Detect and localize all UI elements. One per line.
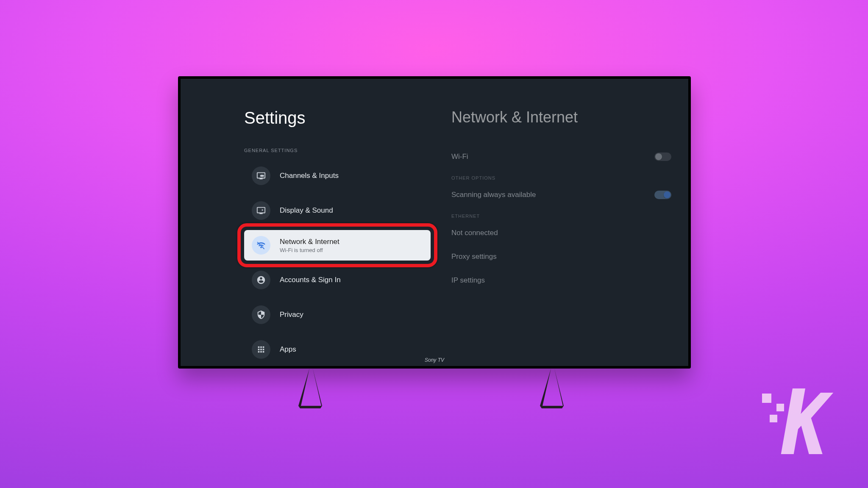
tv-leg-left <box>297 369 326 408</box>
ethernet-status: Not connected <box>451 229 498 237</box>
tv-leg-right <box>538 369 567 408</box>
svg-rect-2 <box>770 415 777 422</box>
ip-settings-row[interactable]: IP settings <box>451 270 671 291</box>
menu-item-privacy[interactable]: Privacy <box>244 299 431 330</box>
section-header-other: OTHER OPTIONS <box>451 175 671 180</box>
menu-label: Channels & Inputs <box>280 172 339 180</box>
menu-label: Network & Internet <box>280 238 339 246</box>
menu-label: Apps <box>280 345 296 354</box>
brand-logo <box>762 388 834 454</box>
apps-icon <box>252 340 270 359</box>
menu-label: Privacy <box>280 311 303 319</box>
ip-label: IP settings <box>451 276 485 285</box>
tv-mockup: Settings GENERAL SETTINGS Channels & Inp… <box>178 76 691 369</box>
proxy-settings-row[interactable]: Proxy settings <box>451 247 671 267</box>
tv-frame: Settings GENERAL SETTINGS Channels & Inp… <box>178 76 691 369</box>
wifi-off-icon <box>252 236 270 255</box>
svg-rect-1 <box>776 404 784 411</box>
detail-panel: Network & Internet Wi-Fi OTHER OPTIONS S… <box>434 79 688 366</box>
toggle-knob <box>664 191 670 198</box>
account-icon <box>252 271 270 289</box>
toggle-knob <box>655 153 662 160</box>
svg-rect-0 <box>762 394 771 403</box>
detail-title: Network & Internet <box>451 108 671 126</box>
menu-item-channels[interactable]: Channels & Inputs <box>244 161 431 191</box>
screen: Settings GENERAL SETTINGS Channels & Inp… <box>181 79 688 366</box>
menu-sublabel: Wi-Fi is turned off <box>280 247 339 253</box>
page-title: Settings <box>244 108 434 128</box>
tv-legs <box>178 369 691 408</box>
menu-label: Display & Sound <box>280 206 333 215</box>
display-sound-icon <box>252 201 270 220</box>
wifi-toggle[interactable] <box>654 152 671 161</box>
scanning-toggle[interactable] <box>654 191 671 199</box>
menu-item-accounts[interactable]: Accounts & Sign In <box>244 265 431 295</box>
wifi-label: Wi-Fi <box>451 152 468 161</box>
k-logo-icon <box>762 388 834 454</box>
ethernet-status-row[interactable]: Not connected <box>451 223 671 243</box>
wifi-toggle-row[interactable]: Wi-Fi <box>451 147 671 167</box>
caption: Sony TV <box>181 357 688 363</box>
scanning-label: Scanning always available <box>451 191 536 199</box>
menu-item-display[interactable]: Display & Sound <box>244 195 431 226</box>
section-header-general: GENERAL SETTINGS <box>244 148 434 153</box>
section-header-ethernet: ETHERNET <box>451 214 671 219</box>
menu-label: Accounts & Sign In <box>280 276 341 284</box>
privacy-icon <box>252 305 270 324</box>
tv-input-icon <box>252 166 270 185</box>
proxy-label: Proxy settings <box>451 252 497 261</box>
settings-panel: Settings GENERAL SETTINGS Channels & Inp… <box>181 79 434 366</box>
scanning-toggle-row[interactable]: Scanning always available <box>451 185 671 205</box>
menu-item-network[interactable]: Network & Internet Wi-Fi is turned off <box>244 230 431 261</box>
